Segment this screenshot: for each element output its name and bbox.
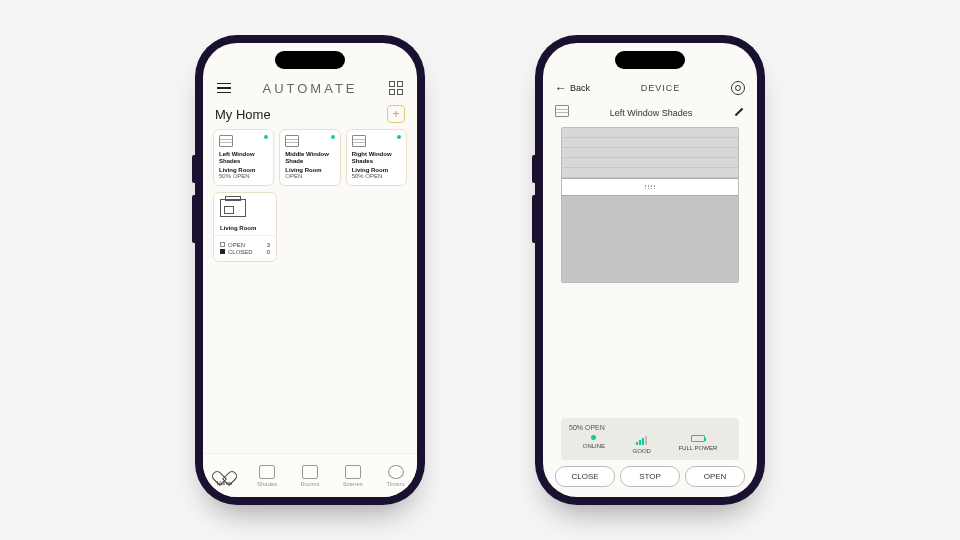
- back-button[interactable]: ←Back: [555, 81, 590, 95]
- tab-bar: Home Shades Rooms Scenes Timers: [203, 453, 417, 497]
- dynamic-island: [615, 51, 685, 69]
- shade-icon: [219, 135, 233, 147]
- status-label: GOOD: [633, 448, 651, 454]
- status-signal: GOOD: [633, 435, 651, 454]
- shade-card-middle[interactable]: Middle Window Shade Living Room OPEN: [279, 129, 340, 186]
- phone-home: AUTOMATE My Home + Left Window Shades Li…: [195, 35, 425, 505]
- app-brand: AUTOMATE: [262, 81, 357, 96]
- online-dot-icon: [264, 135, 268, 139]
- add-button[interactable]: +: [387, 105, 405, 123]
- open-status: 50% OPEN: [569, 424, 731, 431]
- shade-icon: [285, 135, 299, 147]
- status-online: ONLINE: [583, 435, 605, 454]
- shades-icon: [259, 465, 275, 479]
- shade-status: OPEN: [285, 173, 334, 179]
- room-name: Living Room: [220, 225, 270, 231]
- tab-rooms[interactable]: Rooms: [289, 454, 332, 497]
- tab-label: Timers: [387, 481, 405, 487]
- online-dot-icon: [591, 435, 596, 440]
- open-button[interactable]: OPEN: [685, 466, 745, 487]
- device-header: ←Back DEVICE: [543, 75, 757, 101]
- tab-label: Scenes: [343, 481, 363, 487]
- timers-icon: [388, 465, 404, 479]
- room-stats: OPEN3 CLOSED0: [214, 235, 276, 261]
- phone-device: ←Back DEVICE Left Window Shades 50% O: [535, 35, 765, 505]
- open-label: OPEN: [228, 242, 245, 248]
- home-content: Left Window Shades Living Room 50% OPEN …: [203, 129, 417, 453]
- shade-name: Left Window Shades: [219, 151, 268, 165]
- shade-visualizer[interactable]: [561, 127, 739, 283]
- tab-timers[interactable]: Timers: [374, 454, 417, 497]
- status-panel: 50% OPEN ONLINE GOOD FULL POWER: [561, 418, 739, 460]
- back-label: Back: [570, 83, 590, 93]
- status-label: ONLINE: [583, 443, 605, 449]
- tab-shades[interactable]: Shades: [246, 454, 289, 497]
- closed-count: 0: [267, 249, 270, 255]
- status-label: FULL POWER: [678, 445, 717, 451]
- settings-icon[interactable]: [731, 81, 745, 95]
- shade-handle[interactable]: [561, 178, 739, 196]
- tab-label: Rooms: [300, 481, 319, 487]
- signal-bars-icon: [636, 435, 647, 445]
- screen-home: AUTOMATE My Home + Left Window Shades Li…: [203, 43, 417, 497]
- online-dot-icon: [331, 135, 335, 139]
- shade-card-right[interactable]: Right Window Shades Living Room 50% OPEN: [346, 129, 407, 186]
- screen-device: ←Back DEVICE Left Window Shades 50% O: [543, 43, 757, 497]
- shade-cards: Left Window Shades Living Room 50% OPEN …: [213, 129, 407, 186]
- device-name-row: Left Window Shades: [543, 101, 757, 127]
- rooms-icon: [302, 465, 318, 479]
- online-dot-icon: [397, 135, 401, 139]
- shade-icon: [352, 135, 366, 147]
- close-button[interactable]: CLOSE: [555, 466, 615, 487]
- scenes-icon: [345, 465, 361, 479]
- shade-icon: [555, 105, 569, 117]
- battery-icon: [691, 435, 705, 442]
- device-header-title: DEVICE: [641, 83, 681, 93]
- layout-grid-icon[interactable]: [387, 79, 405, 97]
- shade-bottom: [562, 196, 738, 282]
- open-count: 3: [267, 242, 270, 248]
- device-body: 50% OPEN ONLINE GOOD FULL POWER: [543, 127, 757, 460]
- dynamic-island: [275, 51, 345, 69]
- shade-name: Middle Window Shade: [285, 151, 334, 165]
- heart-icon: [217, 465, 232, 478]
- room-icon: [220, 199, 246, 217]
- shade-status: 50% OPEN: [219, 173, 268, 179]
- shade-name: Right Window Shades: [352, 151, 401, 165]
- control-row: CLOSE STOP OPEN: [543, 460, 757, 497]
- room-card[interactable]: Living Room OPEN3 CLOSED0: [213, 192, 277, 262]
- menu-icon[interactable]: [215, 79, 233, 97]
- device-name: Left Window Shades: [569, 108, 733, 118]
- tab-scenes[interactable]: Scenes: [331, 454, 374, 497]
- edit-icon[interactable]: [733, 107, 745, 119]
- closed-label: CLOSED: [228, 249, 253, 255]
- app-header: AUTOMATE: [203, 75, 417, 101]
- status-power: FULL POWER: [678, 435, 717, 454]
- back-arrow-icon: ←: [555, 81, 567, 95]
- stop-button[interactable]: STOP: [620, 466, 680, 487]
- tab-label: Shades: [257, 481, 277, 487]
- section-title: My Home: [215, 107, 271, 122]
- shade-louvers: [562, 128, 738, 178]
- section-header: My Home +: [203, 101, 417, 129]
- shade-card-left[interactable]: Left Window Shades Living Room 50% OPEN: [213, 129, 274, 186]
- shade-status: 50% OPEN: [352, 173, 401, 179]
- tab-home[interactable]: Home: [203, 454, 246, 497]
